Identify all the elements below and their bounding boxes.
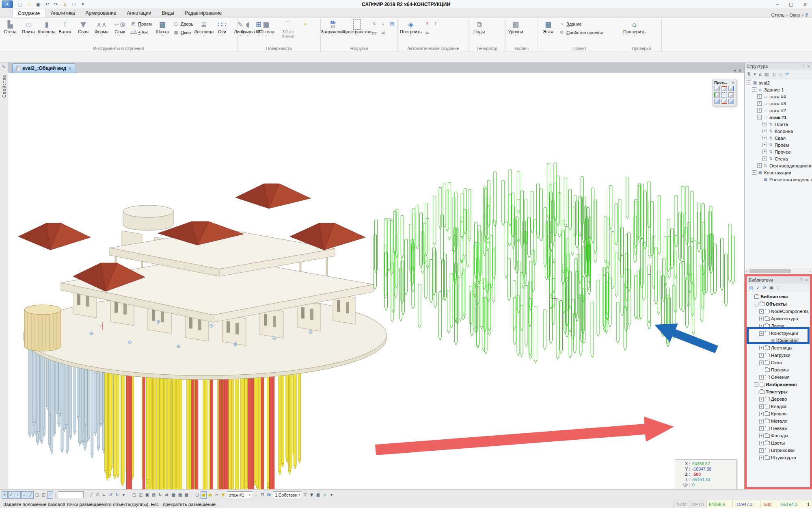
save-icon[interactable]: ▣ (769, 285, 773, 291)
snap-line-button[interactable]: ╱ (28, 491, 34, 499)
paste-button[interactable]: ◫ (138, 491, 144, 499)
grid-icon[interactable]: ◫ (771, 72, 775, 77)
tree-item-Расчетная модель вар[interactable]: ▦Расчетная модель вар (745, 176, 812, 183)
expand-icon[interactable]: + (762, 143, 767, 147)
tree-item-Дерево[interactable]: +Дерево (747, 395, 810, 403)
snap-box-button[interactable]: ▢ (34, 491, 40, 499)
ribbon-tool-Ноды[interactable]: ⧉Ноды (470, 19, 488, 37)
ribbon-tool-stairs-small[interactable]: ≣ (423, 28, 432, 36)
ribbon-tool-Свойства проекта[interactable]: ⚙Свойства проекта (557, 28, 605, 36)
ribbon-tool-Стык[interactable]: ⌐⊗Стык (111, 19, 129, 37)
pin-icon[interactable]: ⊤ (802, 64, 805, 68)
snap-point-button[interactable]: + (2, 491, 8, 499)
tree-item-Фасады[interactable]: +Фасады (747, 432, 810, 439)
expand-icon[interactable]: + (762, 136, 767, 140)
refresh-icon[interactable]: ⟳ (763, 285, 767, 291)
ribbon-tool-load-b[interactable]: ↓ (379, 20, 387, 28)
ribbon-tool-Стена[interactable]: ▙Стена (1, 19, 19, 37)
ribbon-tool-Уровни[interactable]: ▤Уровни (507, 19, 525, 37)
caret-icon[interactable]: ▾ (754, 72, 756, 77)
ribbon-tool-Ферма[interactable]: ∧∧Ферма (93, 19, 110, 37)
expand-icon[interactable]: + (759, 426, 764, 431)
snap-cube-button[interactable]: ◫ (41, 491, 47, 499)
ribbon-tool-Шахта[interactable]: ▤Шахта (153, 19, 171, 37)
properties-side-strip[interactable]: ✎ Свойства (0, 63, 8, 489)
document-tab[interactable]: svai2_:Общий вид × (12, 63, 75, 73)
tree-item-Стена[interactable]: +⇅Стена (745, 155, 812, 162)
view-left-green-button[interactable] (714, 92, 720, 98)
refresh-icon[interactable]: ⟳ (785, 72, 789, 77)
tree-item-Двери[interactable]: +Двери (747, 322, 810, 330)
view-back-button[interactable] (728, 92, 734, 98)
box-c-button[interactable]: ▦ (184, 491, 190, 499)
tree-item-этаж #3[interactable]: +▭этаж #3 (745, 100, 812, 107)
expand-icon[interactable]: + (757, 108, 762, 113)
ribbon-tool-3D по линии[interactable]: ⌒3D по линии (275, 19, 300, 41)
lamp-on-button[interactable]: ● (201, 491, 207, 499)
expand-icon[interactable]: + (759, 441, 764, 445)
tree-item-Архитектура[interactable]: +Архитектура (747, 315, 810, 322)
tree-item-Конструкции[interactable]: –▦Конструкции (745, 169, 812, 176)
duplicate-button[interactable]: ▣ (144, 491, 150, 499)
tree-item-этаж #4[interactable]: +▭этаж #4 (745, 93, 812, 100)
expand-icon[interactable]: + (759, 419, 764, 423)
expand-icon[interactable]: + (757, 101, 762, 106)
ribbon-tool-3D тела[interactable]: ■3D тела (257, 19, 275, 37)
tree-item-Кровля[interactable]: +Кровля (747, 410, 810, 417)
close-tab-icon[interactable]: × (68, 66, 71, 71)
close-icon[interactable]: × (807, 64, 810, 68)
collapse-icon[interactable]: – (752, 87, 756, 92)
tree-item-Нагрузки[interactable]: +Нагрузки (747, 352, 810, 359)
menu-tab-Аналитика[interactable]: Аналитика (45, 9, 80, 17)
close-button[interactable]: × (798, 0, 812, 9)
view-right-blue-button[interactable] (728, 86, 734, 91)
menu-tab-Редактирование[interactable]: Редактирование (179, 9, 227, 17)
collapse-icon[interactable]: – (754, 302, 758, 306)
close-icon[interactable]: × (805, 278, 808, 282)
scrollbar-track[interactable] (749, 269, 808, 273)
ribbon-tool-Окно[interactable]: ▦Окно (172, 28, 194, 36)
scroll-right-icon[interactable]: › (809, 269, 811, 273)
filter-down-button[interactable]: ▽ (302, 491, 308, 499)
ribbon-tool-crane[interactable]: Γ (432, 20, 441, 28)
display-button[interactable]: ▭ (70, 1, 78, 8)
view-iso-button[interactable] (714, 86, 720, 91)
ortho-indicator[interactable]: ОРТО (689, 500, 706, 508)
caret-small-button[interactable]: ▾ (121, 491, 127, 499)
tree-item-Оси координационные[interactable]: +⇅Оси координационные (745, 162, 812, 169)
tree-item-этаж #1[interactable]: –▭этаж #1 (745, 114, 812, 121)
tree-item-NodeComponents[interactable]: +NodeComponents (747, 308, 810, 315)
doc-add-button[interactable]: ▤ (151, 491, 157, 499)
filter-top-button[interactable]: ▼ (309, 491, 315, 499)
floor-combo[interactable]: этаж #1⇕ (227, 491, 252, 498)
minimize-button[interactable]: – (771, 0, 784, 9)
tree-item-svai2_[interactable]: –▦svai2_ (745, 79, 812, 86)
tree-item-Проемы[interactable]: Проемы (747, 366, 810, 373)
ribbon-tool-Дверь[interactable]: ◻Дверь (172, 20, 194, 28)
view-arrow-button[interactable] (714, 99, 720, 104)
expand-icon[interactable]: + (759, 412, 764, 416)
expand-icon[interactable]: + (762, 122, 767, 126)
collapse-icon[interactable]: – (749, 295, 753, 299)
expand-icon[interactable]: + (757, 163, 762, 168)
redo-button[interactable]: ↷ (52, 1, 60, 8)
tree-item-Металл[interactable]: +Металл (747, 417, 810, 425)
collapse-icon[interactable]: – (757, 115, 762, 119)
viewport-3d[interactable]: Прое...× X :64266.67Y :-10947.38Z :-500L… (8, 73, 744, 489)
rotate-y-button[interactable]: ↻ (114, 491, 120, 499)
ribbon-tool-Плита[interactable]: ▭Плита (19, 19, 37, 37)
box-b-button[interactable]: ▩ (177, 491, 183, 499)
tree-item-Плита[interactable]: +⇅Плита (745, 121, 812, 128)
ribbon-tool-± ΔН[interactable]: ±Δ± ΔН (129, 28, 153, 36)
collapse-icon[interactable]: – (754, 390, 758, 394)
collapse-icon[interactable]: – (759, 331, 764, 336)
app-logo-button[interactable]: ✦ (2, 0, 13, 8)
ribbon-tool-Балка[interactable]: ⊤Балка (56, 19, 74, 37)
expand-icon[interactable]: + (762, 156, 767, 161)
collapse-icon[interactable]: – (752, 170, 756, 175)
dash-button[interactable]: – (253, 491, 259, 499)
ribbon-tool-Здание[interactable]: ⌂Здание (557, 20, 605, 28)
tree-item-Кладка[interactable]: +Кладка (747, 403, 810, 410)
caret-small-button[interactable]: ▾ (328, 491, 335, 499)
loadcase-combo[interactable]: 1.Собственн▾ (273, 491, 301, 498)
